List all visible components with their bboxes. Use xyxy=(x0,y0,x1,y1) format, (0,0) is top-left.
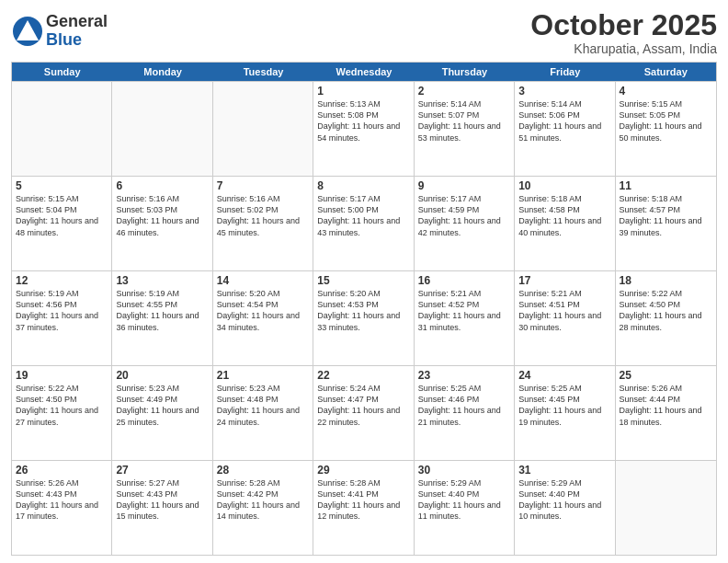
cell-info: Sunrise: 5:18 AMSunset: 4:58 PMDaylight:… xyxy=(518,193,610,238)
calendar-row: 19Sunrise: 5:22 AMSunset: 4:50 PMDayligh… xyxy=(12,365,716,460)
header-day-sunday: Sunday xyxy=(12,63,112,81)
calendar-cell: 24Sunrise: 5:25 AMSunset: 4:45 PMDayligh… xyxy=(515,366,615,460)
cell-info: Sunrise: 5:15 AMSunset: 5:04 PMDaylight:… xyxy=(16,193,108,238)
header-day-monday: Monday xyxy=(112,63,212,81)
cell-info: Sunrise: 5:29 AMSunset: 4:40 PMDaylight:… xyxy=(518,477,610,523)
calendar-body: 1Sunrise: 5:13 AMSunset: 5:08 PMDaylight… xyxy=(12,81,716,555)
calendar-cell: 9Sunrise: 5:17 AMSunset: 4:59 PMDaylight… xyxy=(415,177,515,270)
day-number: 15 xyxy=(317,274,409,287)
cell-info: Sunrise: 5:22 AMSunset: 4:50 PMDaylight:… xyxy=(16,383,108,428)
cell-info: Sunrise: 5:22 AMSunset: 4:50 PMDaylight:… xyxy=(620,288,712,333)
day-number: 20 xyxy=(116,369,208,382)
day-number: 8 xyxy=(317,179,409,192)
cell-info: Sunrise: 5:17 AMSunset: 5:00 PMDaylight:… xyxy=(317,193,409,238)
cell-info: Sunrise: 5:19 AMSunset: 4:55 PMDaylight:… xyxy=(116,288,208,333)
calendar-cell: 5Sunrise: 5:15 AMSunset: 5:04 PMDaylight… xyxy=(12,177,112,270)
day-number: 13 xyxy=(116,274,208,287)
location: Kharupatia, Assam, India xyxy=(530,41,717,56)
day-number: 24 xyxy=(518,369,610,382)
calendar-cell: 15Sunrise: 5:20 AMSunset: 4:53 PMDayligh… xyxy=(313,271,414,365)
day-number: 30 xyxy=(418,464,510,477)
day-number: 14 xyxy=(217,274,309,287)
calendar-header: SundayMondayTuesdayWednesdayThursdayFrid… xyxy=(12,63,716,81)
day-number: 16 xyxy=(418,274,510,287)
day-number: 6 xyxy=(116,179,208,192)
cell-info: Sunrise: 5:14 AMSunset: 5:06 PMDaylight:… xyxy=(518,98,610,144)
title-block: October 2025 Kharupatia, Assam, India xyxy=(530,9,717,56)
calendar-cell xyxy=(112,82,212,176)
cell-info: Sunrise: 5:29 AMSunset: 4:40 PMDaylight:… xyxy=(418,477,510,523)
calendar-cell: 23Sunrise: 5:25 AMSunset: 4:46 PMDayligh… xyxy=(415,366,515,460)
cell-info: Sunrise: 5:28 AMSunset: 4:42 PMDaylight:… xyxy=(217,477,309,523)
logo-text: General Blue xyxy=(46,13,108,50)
cell-info: Sunrise: 5:23 AMSunset: 4:48 PMDaylight:… xyxy=(217,383,309,428)
cell-info: Sunrise: 5:20 AMSunset: 4:54 PMDaylight:… xyxy=(217,288,309,333)
cell-info: Sunrise: 5:16 AMSunset: 5:02 PMDaylight:… xyxy=(217,193,309,238)
day-number: 17 xyxy=(518,274,610,287)
calendar-cell: 29Sunrise: 5:28 AMSunset: 4:41 PMDayligh… xyxy=(313,461,414,555)
calendar-cell xyxy=(213,82,313,176)
calendar-cell: 26Sunrise: 5:26 AMSunset: 4:43 PMDayligh… xyxy=(12,461,112,555)
calendar-cell: 13Sunrise: 5:19 AMSunset: 4:55 PMDayligh… xyxy=(112,271,212,365)
day-number: 4 xyxy=(620,85,712,98)
cell-info: Sunrise: 5:27 AMSunset: 4:43 PMDaylight:… xyxy=(116,477,208,523)
calendar-cell: 7Sunrise: 5:16 AMSunset: 5:02 PMDaylight… xyxy=(213,177,313,270)
cell-info: Sunrise: 5:20 AMSunset: 4:53 PMDaylight:… xyxy=(317,288,409,333)
header-day-saturday: Saturday xyxy=(616,63,716,81)
header: General Blue October 2025 Kharupatia, As… xyxy=(11,9,717,56)
day-number: 28 xyxy=(217,464,309,477)
calendar-cell: 1Sunrise: 5:13 AMSunset: 5:08 PMDaylight… xyxy=(313,82,414,176)
day-number: 22 xyxy=(317,369,409,382)
calendar-row: 12Sunrise: 5:19 AMSunset: 4:56 PMDayligh… xyxy=(12,270,716,365)
day-number: 19 xyxy=(16,369,108,382)
cell-info: Sunrise: 5:21 AMSunset: 4:52 PMDaylight:… xyxy=(418,288,510,333)
day-number: 5 xyxy=(16,179,108,192)
day-number: 12 xyxy=(16,274,108,287)
calendar-cell: 19Sunrise: 5:22 AMSunset: 4:50 PMDayligh… xyxy=(12,366,112,460)
calendar-cell: 20Sunrise: 5:23 AMSunset: 4:49 PMDayligh… xyxy=(112,366,212,460)
cell-info: Sunrise: 5:24 AMSunset: 4:47 PMDaylight:… xyxy=(317,383,409,428)
header-day-thursday: Thursday xyxy=(415,63,515,81)
cell-info: Sunrise: 5:26 AMSunset: 4:43 PMDaylight:… xyxy=(16,477,108,523)
day-number: 3 xyxy=(518,85,610,98)
header-day-friday: Friday xyxy=(515,63,615,81)
day-number: 21 xyxy=(217,369,309,382)
cell-info: Sunrise: 5:21 AMSunset: 4:51 PMDaylight:… xyxy=(518,288,610,333)
calendar-cell: 3Sunrise: 5:14 AMSunset: 5:06 PMDaylight… xyxy=(515,82,615,176)
calendar-cell: 18Sunrise: 5:22 AMSunset: 4:50 PMDayligh… xyxy=(616,271,716,365)
calendar-cell: 12Sunrise: 5:19 AMSunset: 4:56 PMDayligh… xyxy=(12,271,112,365)
calendar-cell: 30Sunrise: 5:29 AMSunset: 4:40 PMDayligh… xyxy=(415,461,515,555)
logo-icon xyxy=(11,15,44,48)
day-number: 9 xyxy=(418,179,510,192)
calendar-cell: 17Sunrise: 5:21 AMSunset: 4:51 PMDayligh… xyxy=(515,271,615,365)
cell-info: Sunrise: 5:16 AMSunset: 5:03 PMDaylight:… xyxy=(116,193,208,238)
cell-info: Sunrise: 5:17 AMSunset: 4:59 PMDaylight:… xyxy=(418,193,510,238)
calendar-cell: 6Sunrise: 5:16 AMSunset: 5:03 PMDaylight… xyxy=(112,177,212,270)
day-number: 2 xyxy=(418,85,510,98)
calendar-cell xyxy=(12,82,112,176)
cell-info: Sunrise: 5:15 AMSunset: 5:05 PMDaylight:… xyxy=(620,98,712,144)
logo-general: General xyxy=(46,13,108,31)
month-title: October 2025 xyxy=(530,9,717,41)
calendar-cell: 14Sunrise: 5:20 AMSunset: 4:54 PMDayligh… xyxy=(213,271,313,365)
calendar-cell: 25Sunrise: 5:26 AMSunset: 4:44 PMDayligh… xyxy=(616,366,716,460)
calendar-cell: 4Sunrise: 5:15 AMSunset: 5:05 PMDaylight… xyxy=(616,82,716,176)
calendar-cell: 10Sunrise: 5:18 AMSunset: 4:58 PMDayligh… xyxy=(515,177,615,270)
day-number: 7 xyxy=(217,179,309,192)
day-number: 18 xyxy=(620,274,712,287)
calendar-row: 1Sunrise: 5:13 AMSunset: 5:08 PMDaylight… xyxy=(12,81,716,176)
calendar-cell: 28Sunrise: 5:28 AMSunset: 4:42 PMDayligh… xyxy=(213,461,313,555)
cell-info: Sunrise: 5:25 AMSunset: 4:45 PMDaylight:… xyxy=(518,383,610,428)
logo-blue: Blue xyxy=(46,31,108,50)
day-number: 31 xyxy=(518,464,610,477)
calendar-cell: 27Sunrise: 5:27 AMSunset: 4:43 PMDayligh… xyxy=(112,461,212,555)
calendar-cell: 2Sunrise: 5:14 AMSunset: 5:07 PMDaylight… xyxy=(415,82,515,176)
calendar-row: 5Sunrise: 5:15 AMSunset: 5:04 PMDaylight… xyxy=(12,176,716,270)
day-number: 11 xyxy=(620,179,712,192)
cell-info: Sunrise: 5:14 AMSunset: 5:07 PMDaylight:… xyxy=(418,98,510,144)
day-number: 29 xyxy=(317,464,409,477)
header-day-tuesday: Tuesday xyxy=(213,63,313,81)
logo: General Blue xyxy=(11,13,108,50)
cell-info: Sunrise: 5:23 AMSunset: 4:49 PMDaylight:… xyxy=(116,383,208,428)
day-number: 27 xyxy=(116,464,208,477)
